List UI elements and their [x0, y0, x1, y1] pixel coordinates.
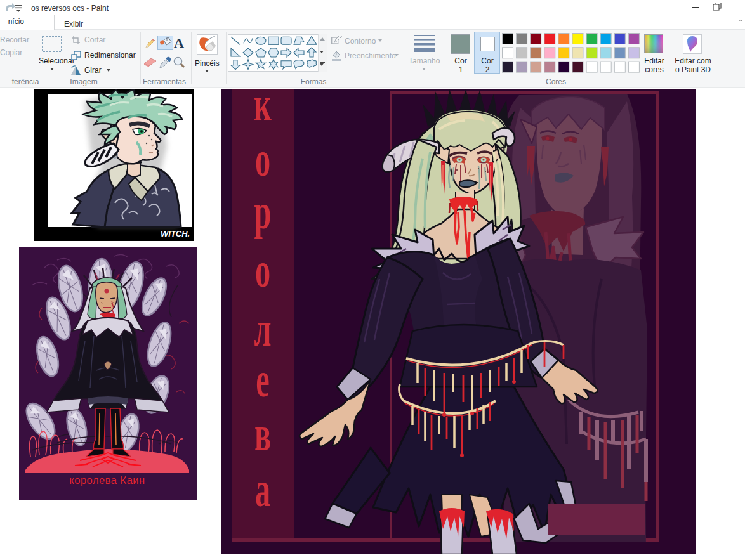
svg-text:а: а — [255, 462, 270, 517]
svg-text:р: р — [254, 184, 272, 239]
svg-text:к: к — [254, 89, 272, 131]
svg-text:о: о — [255, 242, 270, 297]
svg-text:в: в — [254, 406, 271, 461]
svg-text:л: л — [254, 301, 271, 356]
svg-text:о: о — [255, 131, 270, 186]
svg-text:королева Каин: королева Каин — [69, 474, 145, 486]
svg-text:WITCH.: WITCH. — [161, 229, 190, 238]
svg-text:е: е — [256, 352, 269, 407]
